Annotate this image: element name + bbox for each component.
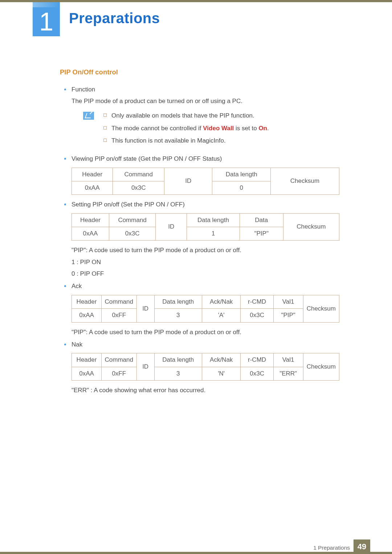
t2-dlen-h: Data length	[187, 213, 240, 227]
bullet-setting: Setting PIP on/off (Set the PIP ON / OFF…	[60, 200, 339, 279]
chapter-tab-highlight	[33, 2, 60, 7]
t2-cmd-v: 0x3C	[109, 227, 156, 241]
t3-cmd-v: 0xFF	[101, 309, 136, 322]
table-row: Header Command ID Data length Data Check…	[72, 213, 339, 227]
note-2-on: On	[258, 125, 267, 132]
t3-val-h: Val1	[273, 295, 303, 308]
t4-rcmd-v: 0x3C	[241, 367, 273, 380]
content-area: PIP On/Off control Function The PIP mode…	[60, 67, 339, 398]
t4-id-h: ID	[136, 353, 154, 381]
t2-cmd-h: Command	[109, 213, 156, 227]
t1-dlen-h: Data length	[212, 168, 271, 181]
footer-bar	[0, 552, 392, 554]
chapter-tab: 1	[33, 2, 60, 36]
t2-data-v: "PIP"	[240, 227, 283, 241]
table-row: Header Command ID Data length Ack/Nak r-…	[72, 353, 339, 367]
note-2: The mode cannot be controlled if Video W…	[101, 124, 269, 133]
note-2-videowall: Video Wall	[203, 125, 234, 132]
footer: 1 Preparations 49	[0, 537, 392, 554]
t2-data-h: Data	[240, 213, 283, 227]
note-1: Only available on models that have the P…	[101, 111, 269, 120]
t3-an-h: Ack/Nak	[202, 295, 241, 308]
t3-an-v: 'A'	[202, 309, 241, 322]
t1-cmd-v: 0x3C	[113, 181, 164, 195]
t4-val-h: Val1	[273, 353, 303, 367]
note-block: Only available on models that have the P…	[82, 111, 339, 148]
t4-cmd-h: Command	[101, 353, 136, 367]
pip-on: 1 : PIP ON	[72, 258, 339, 267]
t2-header-h: Header	[72, 213, 109, 227]
t1-header-h: Header	[72, 168, 113, 181]
viewing-label: Viewing PIP on/off state (Get the PIP ON…	[72, 154, 339, 164]
bullet-function: Function The PIP mode of a product can b…	[60, 85, 339, 149]
t4-val-v: "ERR"	[273, 367, 303, 380]
t3-id-h: ID	[136, 295, 154, 322]
ack-desc: "PIP": A code used to turn the PIP mode …	[72, 328, 339, 337]
note-2-text-c: is set to	[234, 125, 258, 132]
t3-dlen-h: Data length	[154, 295, 202, 308]
t1-chk-h: Checksum	[270, 168, 339, 195]
t2-header-v: 0xAA	[72, 227, 109, 241]
chapter-number: 1	[33, 7, 60, 36]
t4-chk-h: Checksum	[303, 353, 339, 381]
t2-chk-h: Checksum	[283, 213, 339, 241]
t2-dlen-v: 1	[187, 227, 240, 241]
t4-an-v: 'N'	[202, 367, 241, 380]
table-nak: Header Command ID Data length Ack/Nak r-…	[72, 353, 339, 381]
t3-rcmd-v: 0x3C	[241, 309, 273, 322]
pip-off: 0 : PIP OFF	[72, 269, 339, 279]
setting-label: Setting PIP on/off (Set the PIP ON / OFF…	[72, 200, 339, 209]
note-2-text-a: The mode cannot be controlled if	[111, 125, 203, 132]
ack-label: Ack	[72, 282, 339, 291]
chapter-title: Preparations	[69, 10, 160, 26]
table-row: 0xAA 0xFF 3 'N' 0x3C "ERR"	[72, 367, 339, 380]
t3-chk-h: Checksum	[303, 295, 339, 322]
t1-id-h: ID	[164, 168, 212, 195]
nak-desc: "ERR" : A code showing what error has oc…	[72, 386, 339, 395]
t4-an-h: Ack/Nak	[202, 353, 241, 367]
t3-header-h: Header	[72, 295, 102, 308]
bullet-ack: Ack Header Command ID Data length Ack/Na…	[60, 282, 339, 337]
t2-id-h: ID	[156, 213, 187, 241]
t3-rcmd-h: r-CMD	[241, 295, 273, 308]
t4-dlen-h: Data length	[154, 353, 202, 367]
note-icon	[83, 112, 94, 120]
t1-cmd-h: Command	[113, 168, 164, 181]
note-list: Only available on models that have the P…	[101, 111, 269, 148]
table-get-status: Header Command ID Data length Checksum 0…	[72, 168, 339, 195]
t1-dlen-v: 0	[212, 181, 271, 195]
table-ack: Header Command ID Data length Ack/Nak r-…	[72, 295, 339, 323]
function-label: Function	[72, 85, 339, 94]
t3-val-v: "PIP"	[273, 309, 303, 322]
bullet-viewing: Viewing PIP on/off state (Get the PIP ON…	[60, 154, 339, 195]
nak-label: Nak	[72, 340, 339, 349]
t3-header-v: 0xAA	[72, 309, 102, 322]
t4-rcmd-h: r-CMD	[241, 353, 273, 367]
t4-dlen-v: 3	[154, 367, 202, 380]
t4-cmd-v: 0xFF	[101, 367, 136, 380]
t3-dlen-v: 3	[154, 309, 202, 322]
note-2-text-e: .	[267, 125, 269, 132]
bullet-nak: Nak Header Command ID Data length Ack/Na…	[60, 340, 339, 395]
function-desc: The PIP mode of a product can be turned …	[72, 97, 339, 106]
footer-label: 1 Preparations	[313, 545, 350, 551]
table-row: 0xAA 0xFF 3 'A' 0x3C "PIP"	[72, 309, 339, 322]
table-set: Header Command ID Data length Data Check…	[72, 213, 339, 241]
t3-cmd-h: Command	[101, 295, 136, 308]
table-row: Header Command ID Data length Ack/Nak r-…	[72, 295, 339, 308]
t1-header-v: 0xAA	[72, 181, 113, 195]
note-3: This function is not available in MagicI…	[101, 136, 269, 145]
pip-desc: "PIP": A code used to turn the PIP mode …	[72, 246, 339, 255]
t4-header-h: Header	[72, 353, 102, 367]
table-row: Header Command ID Data length Checksum	[72, 168, 339, 181]
section-title: PIP On/Off control	[60, 67, 339, 78]
bullet-list-main: Function The PIP mode of a product can b…	[60, 85, 339, 395]
t4-header-v: 0xAA	[72, 367, 102, 380]
